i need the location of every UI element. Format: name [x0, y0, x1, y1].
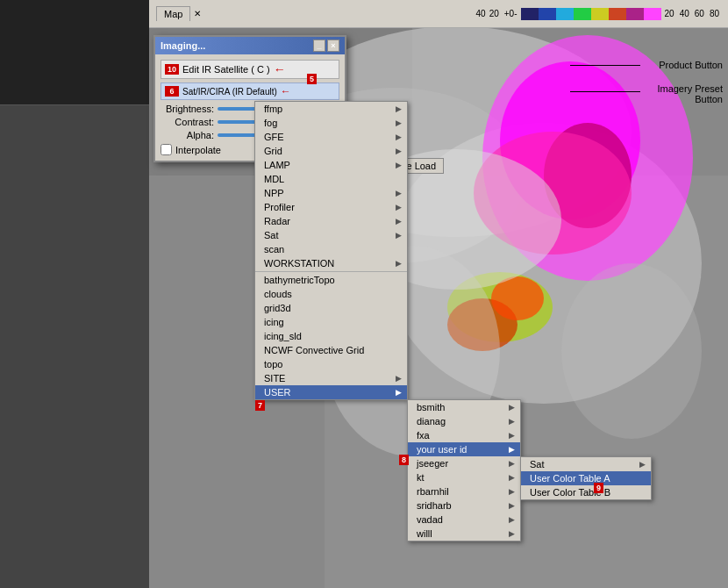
menu-item-scan[interactable]: scan — [255, 242, 407, 256]
submenu-item-vadad[interactable]: vadad ▶ — [408, 513, 520, 527]
imagery-preset-line — [570, 91, 640, 92]
brightness-label: Brightness: — [161, 104, 218, 114]
preset-row[interactable]: 6 Sat/IR/CIRA (IR Default) ← — [161, 82, 339, 100]
color-seg-4 — [574, 8, 591, 20]
menu-label-workstation: WORKSTATION — [264, 258, 334, 269]
interpolate-label: Interpolate — [175, 145, 221, 155]
yourid-item-sat[interactable]: Sat ▶ — [521, 457, 651, 471]
menu-item-bathymetrictopo[interactable]: bathymetricTopo — [255, 273, 407, 287]
submenu-item-fxa[interactable]: fxa ▶ — [408, 428, 520, 442]
menu-label-icing-sld: icing_sld — [264, 331, 302, 341]
color-seg-5 — [591, 8, 609, 20]
menu-item-icing-sld[interactable]: icing_sld — [255, 329, 407, 343]
scale-num-6: 60 — [695, 9, 704, 18]
submenu-item-yourid[interactable]: your user id ▶ — [408, 442, 520, 456]
yourid-arrow-sat: ▶ — [639, 460, 646, 469]
context-menu-main: ffmp ▶ fog ▶ GFE ▶ Grid ▶ LAMP ▶ MDL NPP… — [254, 101, 408, 400]
color-seg-1 — [521, 8, 539, 20]
minimize-button[interactable]: _ — [313, 39, 325, 52]
top-map-bar: Map ✕ 40 20 +0- 20 40 60 80 — [149, 0, 728, 28]
submenu-arrow-fxa: ▶ — [509, 431, 515, 440]
submenu-label-yourid: your user id — [417, 444, 467, 455]
menu-label-scan: scan — [264, 244, 284, 255]
menu-item-profiler[interactable]: Profiler ▶ — [255, 200, 407, 214]
submenu-user: bsmith ▶ dianag ▶ fxa ▶ your user id ▶ j… — [407, 399, 521, 541]
color-seg-2 — [539, 8, 556, 20]
menu-item-site[interactable]: SITE ▶ — [255, 371, 407, 385]
menu-divider-1 — [255, 271, 407, 272]
menu-arrow-sat: ▶ — [396, 231, 402, 240]
submenu-arrow-willl: ▶ — [509, 529, 515, 538]
submenu-label-sridharb: sridharb — [417, 500, 452, 511]
submenu-item-rbarnhil[interactable]: rbarnhil ▶ — [408, 484, 520, 498]
menu-item-radar[interactable]: Radar ▶ — [255, 214, 407, 228]
step10-badge: 10 — [165, 64, 179, 75]
yourid-item-color-table-a[interactable]: User Color Table A — [521, 471, 651, 485]
contrast-label: Contrast: — [161, 117, 218, 127]
submenu-label-fxa: fxa — [417, 430, 430, 441]
left-panel-mid — [0, 105, 149, 588]
menu-label-ffmp: ffmp — [264, 104, 282, 114]
menu-label-lamp: LAMP — [264, 160, 290, 170]
submenu-arrow-sridharb: ▶ — [509, 501, 515, 510]
submenu-arrow-bsmith: ▶ — [509, 403, 515, 412]
alpha-label: Alpha: — [161, 130, 218, 140]
menu-item-workstation[interactable]: WORKSTATION ▶ — [255, 256, 407, 270]
close-button[interactable]: × — [327, 39, 339, 52]
submenu-item-sridharb[interactable]: sridharb ▶ — [408, 498, 520, 513]
map-close-icon[interactable]: ✕ — [194, 9, 201, 18]
submenu-item-willl[interactable]: willl ▶ — [408, 527, 520, 541]
menu-arrow-grid: ▶ — [396, 147, 402, 155]
menu-arrow-gfe: ▶ — [396, 133, 402, 141]
menu-label-topo: topo — [264, 359, 282, 369]
color-seg-3 — [556, 8, 574, 20]
menu-item-ncwf[interactable]: NCWF Convective Grid — [255, 343, 407, 357]
menu-arrow-npp: ▶ — [396, 189, 402, 197]
menu-item-mdl[interactable]: MDL — [255, 172, 407, 186]
submenu-label-kt: kt — [417, 472, 425, 483]
menu-item-gfe[interactable]: GFE ▶ — [255, 130, 407, 144]
menu-item-npp[interactable]: NPP ▶ — [255, 186, 407, 200]
step6-badge: 6 — [165, 86, 179, 97]
scale-num-3: +0- — [504, 9, 517, 18]
preset-arrow: ← — [281, 85, 291, 97]
menu-item-ffmp[interactable]: ffmp ▶ — [255, 102, 407, 116]
menu-label-clouds: clouds — [264, 289, 292, 299]
menu-arrow-profiler: ▶ — [396, 203, 402, 212]
scale-num-4: 20 — [665, 9, 674, 18]
submenu-item-bsmith[interactable]: bsmith ▶ — [408, 400, 520, 414]
submenu-label-vadad: vadad — [417, 514, 443, 525]
svg-point-15 — [561, 263, 702, 439]
step9-badge: 9 — [594, 483, 603, 493]
submenu-label-rbarnhil: rbarnhil — [417, 486, 449, 497]
dialog-titlebar: 5 Imaging... _ × — [155, 37, 345, 54]
submenu-arrow-yourid: ▶ — [509, 445, 515, 454]
menu-arrow-fog: ▶ — [396, 118, 402, 127]
yourid-item-color-table-b[interactable]: User Color Table B — [521, 485, 651, 499]
menu-item-fog[interactable]: fog ▶ — [255, 116, 407, 130]
menu-item-lamp[interactable]: LAMP ▶ — [255, 158, 407, 172]
map-tab[interactable]: Map — [156, 6, 190, 21]
menu-item-icing[interactable]: icing — [255, 315, 407, 329]
interpolate-checkbox[interactable] — [161, 144, 172, 155]
submenu-item-jseeger[interactable]: jseeger ▶ — [408, 456, 520, 470]
menu-item-grid[interactable]: Grid ▶ — [255, 144, 407, 158]
menu-item-grid3d[interactable]: grid3d — [255, 301, 407, 315]
menu-label-site: SITE — [264, 373, 285, 384]
left-panel — [0, 0, 149, 588]
submenu-arrow-dianag: ▶ — [509, 417, 515, 426]
dialog-titlebar-buttons: _ × — [313, 39, 339, 52]
submenu-arrow-jseeger: ▶ — [509, 459, 515, 468]
submenu-item-dianag[interactable]: dianag ▶ — [408, 414, 520, 428]
submenu-label-jseeger: jseeger — [417, 458, 448, 469]
menu-label-icing: icing — [264, 317, 284, 327]
menu-item-topo[interactable]: topo — [255, 357, 407, 371]
menu-item-user[interactable]: USER ▶ — [255, 385, 407, 399]
menu-item-clouds[interactable]: clouds — [255, 287, 407, 301]
submenu-label-dianag: dianag — [417, 416, 446, 427]
menu-item-sat[interactable]: Sat ▶ — [255, 228, 407, 242]
submenu-label-bsmith: bsmith — [417, 402, 445, 412]
color-seg-8 — [644, 8, 661, 20]
submenu-item-kt[interactable]: kt ▶ — [408, 470, 520, 484]
left-panel-top — [0, 0, 149, 105]
